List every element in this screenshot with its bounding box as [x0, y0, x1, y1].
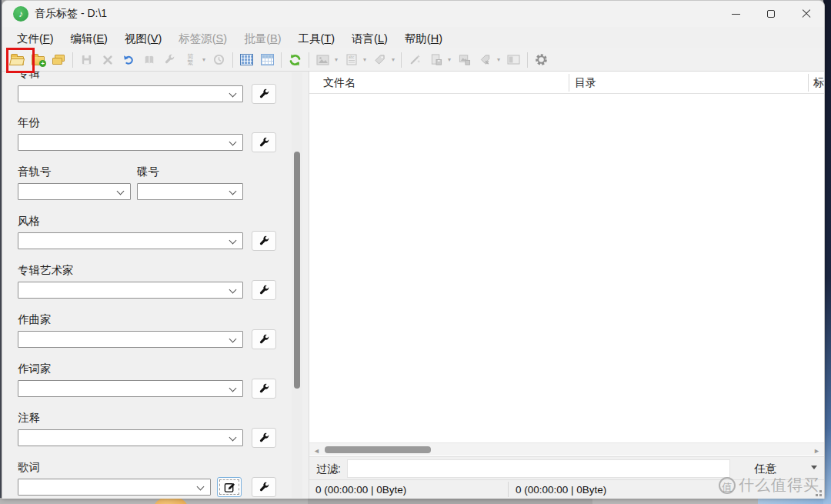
file-list-header: 文件名 目录 标签: [309, 72, 824, 94]
lyricist-combobox[interactable]: [18, 380, 243, 397]
resize-grip[interactable]: [819, 494, 822, 496]
lyrics-wrench-button[interactable]: [252, 477, 276, 497]
chevron-down-icon: [229, 335, 237, 343]
cover-art-dropdown-arrow: ▾: [333, 50, 339, 70]
convert-sc-tc-icon: 简繁: [188, 54, 194, 66]
maximize-button[interactable]: [753, 1, 789, 27]
annotation-highlight-box: [6, 48, 35, 73]
status-separator: [508, 482, 509, 497]
filter-input[interactable]: [347, 459, 730, 478]
menu-item-view[interactable]: 视图(V): [116, 29, 170, 48]
settings-button[interactable]: [531, 50, 552, 70]
grid-table-icon: [261, 54, 274, 65]
minimize-icon: [732, 14, 740, 15]
text-document-button: abc: [341, 50, 362, 70]
grid-dense-view-button[interactable]: [236, 50, 257, 70]
rename-icon: [479, 54, 492, 65]
composer-wrench-button[interactable]: [252, 329, 276, 349]
delete-button: [97, 50, 118, 70]
desktop-background: [308, 498, 592, 504]
wrench-icon: [259, 285, 270, 296]
toolbar: + 简繁 ▾ ▾ abc ▾ ▾ ▾ ▾: [2, 48, 824, 72]
scroll-right-arrow-icon[interactable]: ►: [813, 447, 820, 455]
title-bar[interactable]: ♪ 音乐标签 - D:\1: [2, 1, 824, 27]
chevron-down-icon: [229, 90, 237, 98]
wrench-icon: [259, 383, 270, 395]
comment-combobox[interactable]: [18, 429, 243, 446]
chevron-down-icon: [229, 188, 237, 195]
column-header-filename[interactable]: 文件名: [323, 76, 355, 90]
menu-item-tools[interactable]: 工具(T): [289, 29, 343, 48]
genre-combobox[interactable]: [18, 232, 243, 249]
app-icon: ♪: [13, 6, 28, 22]
chevron-down-icon: [117, 188, 125, 195]
wrench-icon: [164, 54, 175, 65]
editor-scrollbar[interactable]: [292, 72, 302, 498]
album-wrench-button[interactable]: [252, 84, 276, 104]
save-icon: [81, 54, 92, 65]
year-wrench-button[interactable]: [252, 132, 276, 152]
text-document-dropdown-arrow: ▾: [362, 50, 368, 70]
file-list-panel: 文件名 目录 标签 ◄ ► 过滤: 任意 0 (00:00:00 | 0Byte…: [309, 72, 824, 499]
composer-combobox[interactable]: [18, 331, 243, 348]
lyrics-edit-button[interactable]: [217, 477, 242, 497]
cover-art-icon: [316, 55, 329, 65]
column-separator[interactable]: [808, 74, 809, 92]
tag-icon: [374, 54, 385, 65]
rename-dropdown-arrow: ▾: [496, 50, 502, 70]
editor-scrollbar-thumb[interactable]: [294, 152, 300, 389]
book-icon: [143, 55, 155, 65]
album-artist-combobox[interactable]: [18, 282, 243, 299]
chevron-down-icon: [197, 483, 205, 491]
menu-item-edit[interactable]: 编辑(E): [62, 29, 116, 48]
tag-editor-panel: 专辑 年份 音轨号 碟号 风格 专辑艺术家 作曲家 作词家 注释 歌词: [2, 72, 307, 499]
wrench-icon: [259, 432, 270, 444]
field-label-composer: 作曲家: [18, 312, 52, 327]
genre-wrench-button[interactable]: [252, 231, 276, 251]
minimize-button[interactable]: [718, 1, 753, 27]
menu-item-language[interactable]: 语言(L): [343, 29, 396, 48]
wrench-icon: [259, 334, 270, 345]
horizontal-scrollbar-thumb[interactable]: [325, 446, 431, 453]
album-combobox[interactable]: [18, 85, 243, 102]
menu-bar: 文件(F) 编辑(E) 视图(V) 标签源(S) 批量(B) 工具(T) 语言(…: [8, 28, 451, 48]
text-document-icon: abc: [345, 54, 358, 65]
lyrics-combobox[interactable]: [18, 479, 211, 496]
save-button: [76, 50, 97, 70]
magic-wand-button: [405, 50, 426, 70]
field-label-genre: 风格: [18, 214, 40, 229]
wrench-icon: [259, 235, 270, 247]
copy-folders-icon: [52, 55, 65, 65]
file-list-horizontal-scrollbar[interactable]: ◄ ►: [309, 442, 824, 456]
convert-sc-tc-button: 简繁: [180, 50, 201, 70]
menu-item-help[interactable]: 帮助(H): [396, 29, 451, 48]
maximize-icon: [767, 10, 775, 18]
close-button[interactable]: [789, 1, 824, 27]
lyricist-wrench-button[interactable]: [252, 379, 276, 399]
field-label-disc: 碟号: [137, 165, 159, 179]
toolbar-separator: [527, 52, 528, 68]
column-header-tag[interactable]: 标签: [813, 76, 825, 90]
column-header-directory[interactable]: 目录: [575, 76, 596, 90]
app-window: ♪ 音乐标签 - D:\1 文件(F) 编辑(E) 视图(V) 标签源(S) 批…: [2, 0, 825, 499]
edit-pencil-icon: [224, 482, 235, 493]
refresh-button[interactable]: [285, 50, 305, 70]
toolbar-separator: [281, 52, 282, 68]
status-count-left: 0 (00:00:00 | 0Byte): [315, 484, 406, 496]
column-separator[interactable]: [569, 74, 569, 92]
copy-tags-icon: [430, 54, 442, 65]
undo-button[interactable]: [118, 50, 138, 70]
delete-icon: [102, 55, 113, 65]
disc-combobox[interactable]: [137, 183, 243, 200]
grid-table-view-button[interactable]: [257, 50, 278, 70]
menu-item-file[interactable]: 文件(F): [8, 29, 62, 48]
copy-folders-button[interactable]: [48, 50, 69, 70]
filter-mode-arrow-icon[interactable]: [811, 466, 817, 469]
year-combobox[interactable]: [18, 134, 243, 151]
scroll-left-arrow-icon[interactable]: ◄: [313, 447, 320, 455]
watermark: 值 什么值得买: [719, 475, 819, 496]
track-combobox[interactable]: [18, 183, 131, 200]
comment-wrench-button[interactable]: [252, 428, 276, 448]
album-artist-wrench-button[interactable]: [252, 280, 276, 300]
copy-tags-dropdown-arrow: ▾: [446, 50, 452, 70]
